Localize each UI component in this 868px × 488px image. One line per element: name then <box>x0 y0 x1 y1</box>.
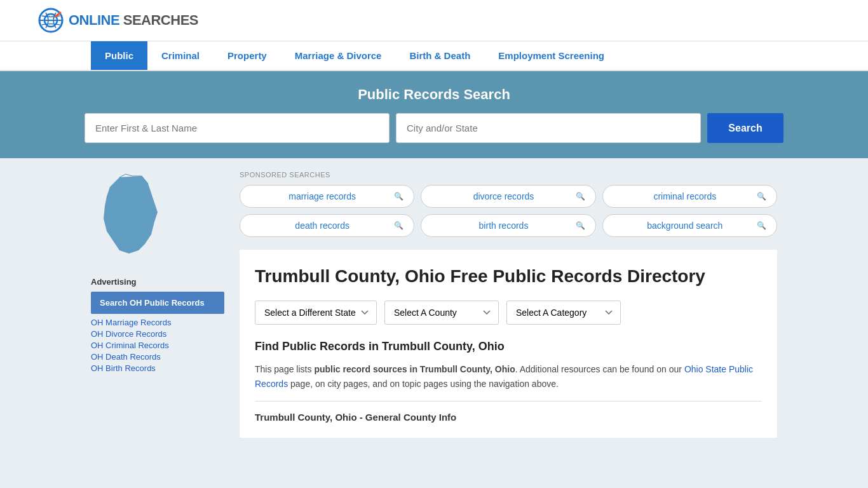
sponsored-tag-background[interactable]: background search 🔍 <box>602 214 777 237</box>
search-icon-death: 🔍 <box>394 221 403 230</box>
sponsored-label: SPONSORED SEARCHES <box>240 171 777 179</box>
sponsored-section: SPONSORED SEARCHES marriage records 🔍 di… <box>240 171 777 237</box>
desc-text-start: This page lists <box>255 364 314 374</box>
state-dropdown[interactable]: Select a Different State <box>255 301 377 325</box>
search-button[interactable]: Search <box>707 113 783 143</box>
advertising-label: Advertising <box>91 277 224 287</box>
main-content: SPONSORED SEARCHES marriage records 🔍 di… <box>240 171 777 438</box>
desc-text-after: page, on city pages, and on topic pages … <box>288 379 559 389</box>
sponsored-tag-divorce[interactable]: divorce records 🔍 <box>421 185 595 208</box>
description-text: This page lists public record sources in… <box>255 362 762 391</box>
search-icon-background: 🔍 <box>757 221 766 230</box>
location-input[interactable] <box>396 113 701 143</box>
sponsored-link-divorce[interactable]: divorce records <box>431 191 575 201</box>
sidebar-link-criminal[interactable]: OH Criminal Records <box>91 341 224 350</box>
sponsored-link-background[interactable]: background search <box>613 220 757 231</box>
sponsored-tag-birth[interactable]: birth records 🔍 <box>421 214 595 237</box>
nav-item-property[interactable]: Property <box>214 41 281 70</box>
nav-item-criminal[interactable]: Criminal <box>147 41 214 70</box>
ohio-map-icon <box>91 171 173 260</box>
sponsored-link-marriage[interactable]: marriage records <box>250 191 394 201</box>
logo[interactable]: ONLINE SEARCHES <box>38 8 198 33</box>
search-banner: Public Records Search Search <box>0 71 868 158</box>
content-wrap: Advertising Search OH Public Records OH … <box>0 158 868 470</box>
sidebar-link-divorce[interactable]: OH Divorce Records <box>91 329 224 339</box>
logo-online: ONLINE <box>69 12 119 28</box>
logo-searches: SEARCHES <box>123 12 198 28</box>
main-nav: Public Criminal Property Marriage & Divo… <box>0 41 868 71</box>
search-icon-criminal: 🔍 <box>757 192 766 201</box>
search-icon-divorce: 🔍 <box>576 192 585 201</box>
general-info-title: Trumbull County, Ohio - General County I… <box>255 412 762 423</box>
main: Advertising Search OH Public Records OH … <box>53 158 815 451</box>
nav-item-public[interactable]: Public <box>91 41 147 70</box>
ad-box[interactable]: Search OH Public Records <box>91 292 224 314</box>
logo-icon <box>38 8 64 33</box>
name-input[interactable] <box>85 113 390 143</box>
sponsored-tag-criminal[interactable]: criminal records 🔍 <box>602 185 777 208</box>
section-divider <box>255 401 762 402</box>
sidebar-link-death[interactable]: OH Death Records <box>91 352 224 362</box>
sponsored-tag-death[interactable]: death records 🔍 <box>240 214 414 237</box>
category-dropdown[interactable]: Select A Category <box>506 301 621 325</box>
search-icon-marriage: 🔍 <box>394 192 403 201</box>
sponsored-grid: marriage records 🔍 divorce records 🔍 cri… <box>240 185 777 237</box>
sponsored-link-death[interactable]: death records <box>250 220 394 231</box>
search-banner-title: Public Records Search <box>38 86 830 103</box>
sidebar-link-birth[interactable]: OH Birth Records <box>91 363 224 373</box>
sponsored-tag-marriage[interactable]: marriage records 🔍 <box>240 185 414 208</box>
desc-text-end: . Additional resources can be found on o… <box>515 364 684 374</box>
nav-inner: Public Criminal Property Marriage & Divo… <box>53 41 815 70</box>
search-form: Search <box>85 113 783 143</box>
content-card: Trumbull County, Ohio Free Public Record… <box>240 250 777 438</box>
search-icon-birth: 🔍 <box>576 221 585 230</box>
sidebar: Advertising Search OH Public Records OH … <box>91 171 224 438</box>
dropdowns-row: Select a Different State Select A County… <box>255 301 762 325</box>
sidebar-link-marriage[interactable]: OH Marriage Records <box>91 318 224 327</box>
header: ONLINE SEARCHES <box>0 0 868 41</box>
logo-text: ONLINE SEARCHES <box>69 12 198 29</box>
state-map <box>91 171 224 262</box>
nav-item-birth[interactable]: Birth & Death <box>395 41 484 70</box>
nav-item-marriage[interactable]: Marriage & Divorce <box>281 41 396 70</box>
page-title: Trumbull County, Ohio Free Public Record… <box>255 265 762 288</box>
find-records-title: Find Public Records in Trumbull County, … <box>255 340 762 353</box>
sponsored-link-criminal[interactable]: criminal records <box>613 191 757 201</box>
county-dropdown[interactable]: Select A County <box>384 301 499 325</box>
desc-text-bold: public record sources in Trumbull County… <box>314 364 515 374</box>
sponsored-link-birth[interactable]: birth records <box>431 220 575 231</box>
nav-item-employment[interactable]: Employment Screening <box>484 41 618 70</box>
